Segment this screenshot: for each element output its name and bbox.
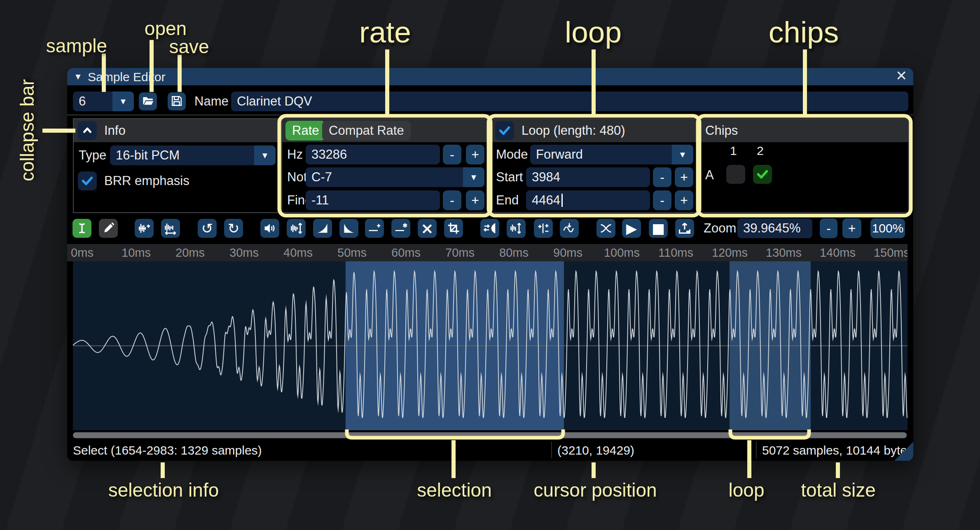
info-panel-title: Info [104,119,126,142]
crop-icon [447,222,460,235]
ruler-label: 110ms [658,246,693,260]
ibeam-cursor-icon [75,222,89,235]
chip-2-checkbox[interactable] [753,165,772,184]
pencil-icon [102,222,115,235]
normalize-button[interactable] [287,219,306,238]
amplify-button[interactable] [260,219,279,238]
brr-emphasis-checkbox[interactable] [78,171,97,190]
stop-button[interactable]: ■ [649,219,668,238]
ruler-label: 100ms [604,246,640,260]
ruler-label: 40ms [283,246,313,260]
loop-start-plus-button[interactable]: + [675,167,693,187]
resample-button[interactable] [161,219,180,238]
undo-button[interactable]: ↺ [198,219,217,238]
selection-info-text: Select (1654-2983: 1329 samples) [73,443,262,457]
waveform-plus-icon [138,222,151,235]
invert-button[interactable] [507,219,526,238]
waveform-arrows-icon [290,222,303,235]
zoom-out-button[interactable]: - [820,218,837,238]
loop-end-input[interactable]: 4464 [526,190,650,210]
trim-button[interactable] [444,219,463,238]
waveform-canvas[interactable] [73,261,907,430]
tab-rate[interactable]: Rate [285,121,325,141]
sample-type-dropdown[interactable]: 16-bit PCM ▼ [110,145,276,165]
fine-plus-button[interactable]: + [466,190,484,210]
fade-out-icon [342,222,356,235]
status-bar: Select (1654-2983: 1329 samples) (3210, … [67,439,913,461]
zoom-input[interactable]: 39.9645% [737,218,812,238]
annotation-selection-info: selection info [108,479,219,501]
close-icon[interactable]: × [896,68,907,84]
insert-silence-button[interactable] [365,219,384,238]
ruler-label: 50ms [337,246,367,260]
sample-index-dropdown[interactable]: 6 ▼ [73,91,134,111]
open-sample-button[interactable] [139,92,157,110]
sample-editor-window: ▼ Sample Editor × 6 ▼ Name Clarinet DQV [67,68,913,461]
scrollbar-thumb[interactable] [73,432,907,438]
resize-grip[interactable] [894,442,913,461]
loop-mode-dropdown[interactable]: Forward ▼ [530,145,693,164]
fine-input[interactable]: -11 [306,190,440,210]
hz-plus-button[interactable]: + [466,145,484,164]
brr-emphasis-label: BRR emphasis [104,171,189,191]
loop-start-minus-button[interactable]: - [653,167,671,187]
timeline-ruler[interactable]: 0ms10ms20ms30ms40ms50ms60ms70ms80ms90ms1… [67,244,907,261]
delete-button[interactable]: × [418,219,437,238]
separator [67,115,913,115]
redo-button[interactable]: ↻ [224,219,243,238]
status-separator [551,442,552,458]
annotation-cursor-position: cursor position [533,479,657,501]
annotation-total-size: total size [801,479,876,501]
crossfade-button[interactable] [596,219,615,238]
stop-icon: ■ [652,221,665,235]
loop-mode-value: Forward [530,145,672,164]
sample-type-value: 16-bit PCM [110,145,254,165]
fine-minus-button[interactable]: - [443,190,461,210]
waveform-scrollbar[interactable] [73,432,907,439]
save-sample-button[interactable] [168,92,186,110]
loop-panel-title: Loop (length: 480) [522,119,625,142]
loop-start-label: Start [496,167,523,187]
folder-open-icon [142,95,154,108]
signedness-button[interactable] [534,219,553,238]
loop-end-plus-button[interactable]: + [675,190,693,210]
annotation-loop: loop [565,15,622,49]
rate-panel: Rate Compat Rate Hz 33286 - + Note C-7 ▼… [281,118,489,213]
fade-in-button[interactable] [313,219,332,238]
waveform-stretch-icon [164,222,177,235]
hz-minus-button[interactable]: - [443,145,461,164]
zoom-reset-button[interactable]: 100% [870,218,905,238]
collapse-bar-button[interactable] [78,121,97,140]
loop-end-minus-button[interactable]: - [653,190,671,210]
ruler-label: 60ms [391,246,421,260]
annotation-selection: selection [417,479,492,501]
tab-compat-rate[interactable]: Compat Rate [322,121,411,141]
delete-x-icon: × [421,220,434,236]
note-dropdown[interactable]: C-7 ▼ [306,167,484,187]
crossfade-icon [599,222,613,235]
sample-name-input[interactable]: Clarinet DQV [231,91,908,111]
zoom-in-button[interactable]: + [842,218,861,238]
chip-1-checkbox[interactable] [726,165,745,184]
titlebar[interactable]: ▼ Sample Editor × [67,68,913,85]
hz-value: 33286 [311,147,347,162]
loop-enable-checkbox[interactable] [495,121,514,140]
edit-mode-select-button[interactable] [73,219,91,238]
edit-mode-draw-button[interactable] [99,219,118,238]
loop-panel: Loop (length: 480) Mode Forward ▼ Start … [490,118,698,213]
floppy-disk-icon [171,95,183,108]
resize-button[interactable] [135,219,154,238]
hz-input[interactable]: 33286 [306,145,440,164]
cursor-position-text: (3210, 19429) [557,443,634,457]
import-button[interactable] [675,219,694,238]
apply-silence-button[interactable] [391,219,410,238]
window-collapse-icon[interactable]: ▼ [74,72,82,82]
annotation-loop-region: loop [729,479,765,501]
total-size-text: 5072 samples, 10144 bytes [762,443,913,457]
preview-button[interactable]: ▶ [622,219,641,238]
loop-start-input[interactable]: 3984 [526,167,650,187]
reverse-button[interactable] [480,219,499,238]
filter-button[interactable] [560,219,579,238]
ruler-label: 130ms [766,246,802,260]
fade-out-button[interactable] [339,219,358,238]
